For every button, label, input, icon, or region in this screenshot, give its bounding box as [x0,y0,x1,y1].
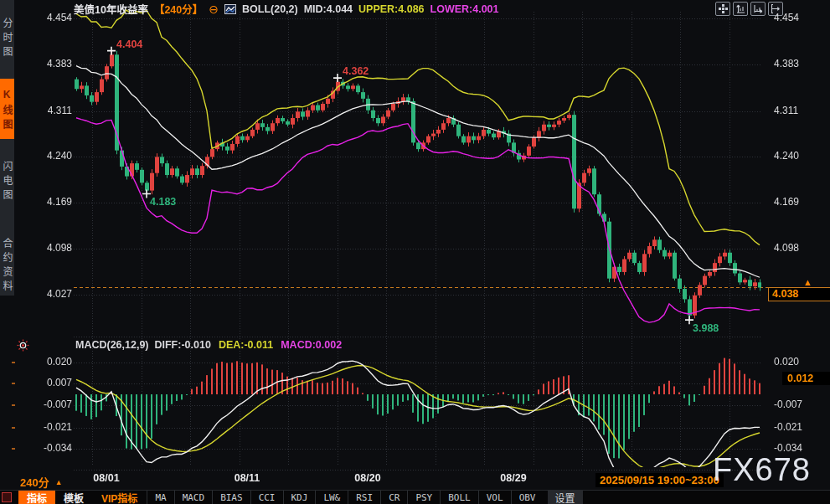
x-axis-date-label: 08/01 [85,472,128,484]
macd-diff-value: DIFF:-0.010 [154,339,210,351]
period-up-arrow-icon: ▲ [55,478,63,486]
price-axis-label-right: 4.098 [774,242,821,254]
price-axis-label-left: 4.454 [28,12,72,23]
tab-OBV[interactable]: OBV [511,491,544,504]
macd-axis-label-right: -0.034 [774,442,821,454]
price-axis-label-left: 4.098 [28,242,72,254]
macd-axis-label-left: -0.034 [28,442,72,454]
price-axis-label-right: 4.240 [774,150,821,162]
boll-mid-value: MID:4.044 [304,3,353,15]
boll-upper-value: UPPER:4.086 [358,3,425,15]
chart-header: 美债10年收益率 【240分】 ⊖ BOLL(20,2) MID:4.044 U… [74,1,499,17]
x-axis-date-label: 08/11 [225,472,269,484]
tab-VOL[interactable]: VOL [478,491,511,504]
scale-x-axis-icon[interactable] [750,2,766,16]
macd-header: MACD(26,12,9) DIFF:-0.010 DEA:-0.011 MAC… [75,339,342,351]
tab-RSI[interactable]: RSI [348,491,380,504]
extreme-price-annotation: 3.988 [693,322,719,334]
tab-设置[interactable]: 设置 [548,491,583,504]
period-text: 240分 [20,474,49,490]
macd-axis-label-right: 0.020 [774,356,821,368]
period-selector[interactable]: 240分 ▲ [20,474,63,490]
macd-axis-label-right: -0.007 [774,399,821,410]
macd-axis-label-left: 0.007 [28,377,72,388]
tab-模板[interactable]: 模板 [55,491,92,504]
sidebar-tab-3[interactable]: 闪电图 [0,147,14,213]
macd-current-value-box: 0.012 [782,372,830,385]
tab-CCI[interactable]: CCI [250,491,283,504]
sidebar-tab-4[interactable]: 合约资料 [0,221,14,308]
x-axis-date-label: 08/20 [346,472,389,484]
extreme-price-annotation: 4.404 [116,39,142,50]
price-axis-label-left: 4.311 [28,105,72,116]
tab-VIP指标[interactable]: VIP指标 [92,491,147,504]
tab-BIAS[interactable]: BIAS [212,491,250,504]
indicator-tab-bar: 指标模板VIP指标MAMACDBIASCCIKDJLW&RSICRPSYBOLL… [0,490,830,504]
scale-y-axis-icon[interactable] [733,2,748,16]
macd-axis-label-left: -0.007 [28,399,72,410]
price-axis-label-right: 4.383 [774,58,821,69]
window-toolbar [715,2,783,16]
chart-canvas[interactable] [0,0,830,504]
boll-lower-value: LOWER:4.001 [430,3,499,15]
extreme-price-annotation: 4.362 [343,65,369,77]
session-time-label: 2025/09/15 19:00~23:00 [595,473,724,487]
kline-chart-window: 美债10年收益率 【240分】 ⊖ BOLL(20,2) MID:4.044 U… [0,0,830,504]
sidebar-tab-2[interactable]: K线图 [0,79,14,139]
macd-macd-value: MACD:0.002 [281,339,342,351]
tab-BOLL[interactable]: BOLL [440,491,478,504]
tab-MA[interactable]: MA [147,491,173,504]
pan-icon[interactable] [715,2,730,16]
price-axis-label-right: 4.169 [774,196,821,208]
watermark: FX678 [713,452,811,488]
symbol-title: 美债10年收益率 [74,1,148,17]
price-up-arrow-icon: ▲ [803,277,812,287]
tab-MACD[interactable]: MACD [174,491,213,504]
price-axis-label-left: 4.383 [28,58,72,69]
period-label[interactable]: 【240分】 [154,1,203,17]
extreme-price-annotation: 4.183 [150,196,176,208]
price-axis-label-right: 4.454 [774,12,821,23]
tab-LW&[interactable]: LW& [315,491,348,504]
macd-dea-value: DEA:-0.011 [219,339,273,351]
price-axis-label-left: 4.169 [28,196,72,208]
tab-PSY[interactable]: PSY [407,491,440,504]
indicator-settings-icon[interactable] [17,339,29,355]
price-axis-label-right: 4.311 [774,105,821,116]
last-price-box: 4.038 [768,287,830,301]
tab-指标[interactable]: 指标 [18,491,55,504]
price-axis-label-left: 4.240 [28,150,72,162]
collapse-indicator-icon[interactable]: ⊖ [209,5,219,13]
boll-label: BOLL(20,2) [242,3,298,15]
x-axis-date-label: 08/29 [492,472,535,484]
macd-axis-label-left: -0.021 [28,421,72,433]
macd-title: MACD(26,12,9) DIFF:-0.010 [75,339,211,351]
tab-CR[interactable]: CR [380,491,407,504]
app-logo-icon[interactable] [2,492,12,502]
tab-KDJ[interactable]: KDJ [283,491,316,504]
price-axis-label-left: 4.027 [28,288,72,300]
macd-axis-label-right: -0.021 [774,421,821,433]
sidebar-tab-1[interactable]: 分时图 [0,3,14,70]
chart-mode-sidebar: 分时图K线图闪电图合约资料 [0,0,14,296]
indicator-chart-icon [224,4,236,14]
macd-axis-label-left: 0.020 [28,356,72,368]
